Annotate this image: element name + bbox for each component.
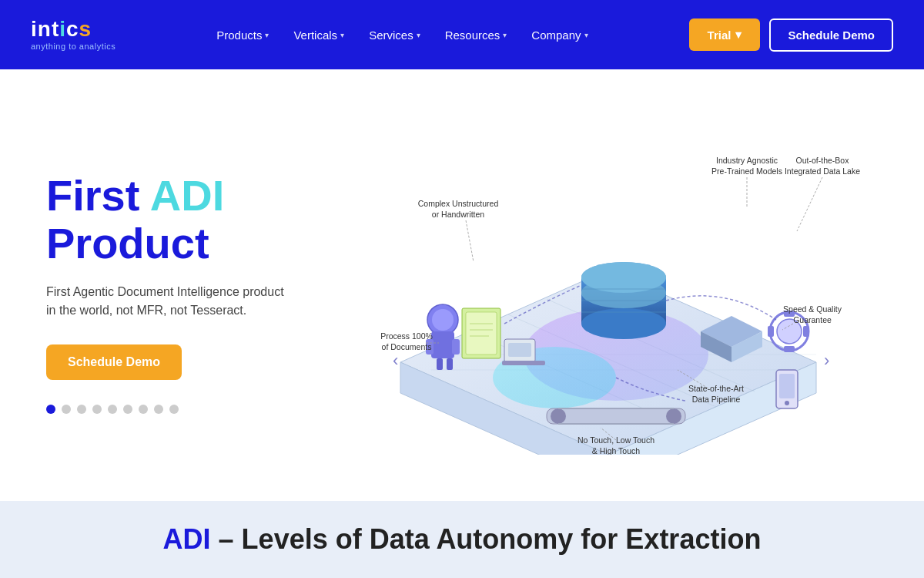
- svg-point-12: [581, 308, 666, 339]
- schedule-demo-nav-button[interactable]: Schedule Demo: [769, 18, 893, 52]
- chevron-down-icon: ▾: [584, 31, 588, 39]
- svg-text:Speed & Quality: Speed & Quality: [783, 304, 842, 314]
- svg-point-14: [581, 262, 666, 293]
- logo[interactable]: intics anything to analytics: [31, 18, 116, 51]
- svg-text:No Touch, Low Touch: No Touch, Low Touch: [578, 435, 654, 445]
- svg-rect-41: [502, 361, 545, 365]
- bottom-heading-adi: ADI: [163, 523, 211, 555]
- hero-heading-product: Product: [46, 220, 339, 267]
- nav-item-services[interactable]: Services ▾: [360, 22, 430, 48]
- svg-point-44: [666, 408, 681, 424]
- svg-text:& High Touch: & High Touch: [592, 446, 640, 455]
- hero-heading-first: First: [46, 171, 150, 220]
- carousel-dot-3[interactable]: [77, 405, 86, 414]
- svg-rect-27: [452, 339, 460, 355]
- hero-subtext: First Agentic Document Intelligence prod…: [46, 283, 293, 320]
- chevron-down-icon: ▾: [340, 31, 344, 39]
- nav-link-resources[interactable]: Resources ▾: [436, 22, 517, 48]
- adi-illustration: ‹ › Industry Agnostic Pre-Trained Models…: [354, 116, 862, 455]
- svg-text:of Documents: of Documents: [382, 342, 432, 351]
- bottom-heading-rest: – Levels of Data Autonomy for Extraction: [211, 523, 762, 555]
- chevron-down-icon: ▾: [265, 31, 269, 39]
- svg-line-57: [797, 177, 822, 231]
- logo-text: intics: [31, 18, 92, 40]
- trial-button[interactable]: Trial ▾: [689, 18, 761, 51]
- svg-text:Integrated Data Lake: Integrated Data Lake: [785, 166, 860, 176]
- svg-rect-34: [768, 326, 774, 337]
- svg-text:›: ›: [824, 351, 829, 370]
- carousel-dot-2[interactable]: [62, 405, 71, 414]
- nav-link-company[interactable]: Company ▾: [522, 22, 597, 48]
- svg-text:Industry Agnostic: Industry Agnostic: [716, 156, 778, 165]
- chevron-down-icon: ▾: [417, 31, 420, 39]
- svg-text:Complex Unstructured: Complex Unstructured: [418, 199, 499, 208]
- hero-left: First ADI Product First Agentic Document…: [46, 156, 339, 413]
- svg-text:Out-of-the-Box: Out-of-the-Box: [796, 156, 850, 165]
- nav-links: Products ▾ Verticals ▾ Services ▾ Resour…: [207, 22, 597, 48]
- carousel-dot-9[interactable]: [169, 405, 179, 414]
- carousel-dot-7[interactable]: [139, 405, 148, 414]
- svg-rect-37: [779, 374, 795, 398]
- svg-rect-35: [803, 326, 809, 337]
- svg-point-43: [551, 408, 566, 424]
- chevron-down-icon: ▾: [503, 31, 507, 39]
- svg-text:Guarantee: Guarantee: [793, 315, 832, 324]
- svg-point-38: [785, 401, 789, 405]
- bottom-section: ADI – Levels of Data Autonomy for Extrac…: [0, 501, 924, 578]
- carousel-dot-1[interactable]: [46, 405, 55, 414]
- svg-rect-33: [784, 346, 795, 352]
- hero-heading-adi: ADI: [150, 171, 224, 220]
- svg-rect-28: [437, 358, 443, 370]
- nav-item-resources[interactable]: Resources ▾: [436, 22, 517, 48]
- hero-section: First ADI Product First Agentic Document…: [0, 69, 924, 501]
- nav-link-verticals[interactable]: Verticals ▾: [284, 22, 353, 48]
- hero-right: ‹ › Industry Agnostic Pre-Trained Models…: [339, 69, 878, 501]
- hero-illustration: ‹ › Industry Agnostic Pre-Trained Models…: [354, 116, 862, 455]
- nav-item-products[interactable]: Products ▾: [207, 22, 278, 48]
- svg-text:‹: ‹: [393, 351, 398, 370]
- hero-heading: First ADI Product: [46, 172, 339, 267]
- svg-text:Process 100%: Process 100%: [380, 331, 433, 341]
- svg-text:or Handwritten: or Handwritten: [432, 210, 484, 219]
- carousel-dot-6[interactable]: [123, 405, 132, 414]
- svg-text:State-of-the-Art: State-of-the-Art: [688, 384, 744, 393]
- svg-rect-29: [447, 358, 453, 370]
- svg-line-60: [466, 220, 474, 262]
- navigation: intics anything to analytics Products ▾ …: [0, 0, 924, 69]
- svg-point-24: [432, 309, 454, 331]
- chevron-down-icon: ▾: [735, 28, 742, 42]
- bottom-heading: ADI – Levels of Data Autonomy for Extrac…: [163, 523, 762, 556]
- nav-link-products[interactable]: Products ▾: [207, 22, 278, 48]
- nav-item-company[interactable]: Company ▾: [522, 22, 597, 48]
- carousel-dots: [46, 405, 339, 414]
- nav-link-services[interactable]: Services ▾: [360, 22, 430, 48]
- logo-subtitle: anything to analytics: [31, 42, 116, 51]
- svg-rect-19: [466, 312, 497, 355]
- nav-item-verticals[interactable]: Verticals ▾: [284, 22, 353, 48]
- svg-rect-25: [431, 331, 454, 358]
- nav-actions: Trial ▾ Schedule Demo: [689, 18, 893, 52]
- schedule-demo-hero-button[interactable]: Schedule Demo: [46, 344, 182, 380]
- svg-text:Pre-Trained Models: Pre-Trained Models: [711, 166, 782, 176]
- carousel-dot-5[interactable]: [108, 405, 117, 414]
- svg-text:Data Pipeline: Data Pipeline: [692, 395, 741, 404]
- carousel-dot-4[interactable]: [92, 405, 102, 414]
- svg-rect-42: [547, 408, 685, 424]
- svg-rect-40: [508, 343, 531, 357]
- carousel-dot-8[interactable]: [154, 405, 163, 414]
